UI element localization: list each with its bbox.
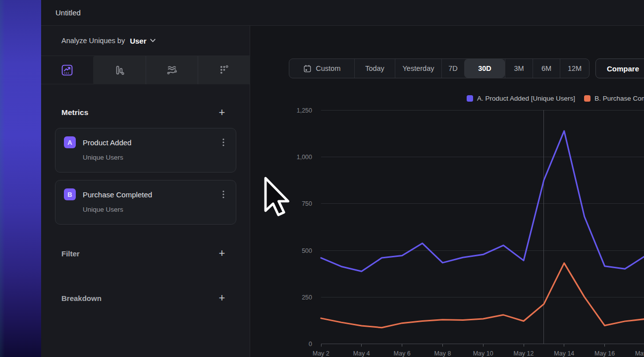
range-6m-button[interactable]: 6M [533, 59, 560, 78]
range-30d-button[interactable]: 30D [464, 59, 505, 78]
tab-line-chart[interactable] [41, 56, 93, 84]
range-label: 3M [514, 64, 524, 72]
compare-button[interactable]: Compare [595, 59, 644, 78]
metrics-title: Metrics [61, 108, 88, 117]
report-title: Untitled [55, 8, 81, 17]
add-metric-button[interactable]: + [216, 107, 228, 119]
compare-label: Compare [607, 64, 639, 73]
date-range-group: Custom Today Yesterday 7D 30D 3M 6M 12M [289, 59, 590, 78]
main-panel: Custom Today Yesterday 7D 30D 3M 6M 12M … [250, 26, 644, 357]
breakdown-section-header: Breakdown + [41, 288, 250, 308]
metric-subtitle: Unique Users [83, 154, 228, 161]
tab-flow[interactable] [146, 56, 198, 84]
metric-menu-button[interactable] [219, 189, 228, 200]
calendar-icon [303, 64, 312, 73]
analyze-by-label: Analyze Uniques by [61, 37, 125, 45]
filter-section-header: Filter + [41, 243, 250, 263]
header-bar: Untitled [41, 0, 644, 26]
metric-badge-b: B [64, 188, 76, 200]
metric-menu-button[interactable] [219, 137, 228, 148]
range-label: Today [365, 64, 384, 72]
tab-retention-grid[interactable] [198, 56, 250, 84]
chart-legend: A. Product Added [Unique Users] B. Purch… [467, 95, 644, 102]
metric-name: Product Added [83, 138, 219, 147]
legend-swatch-b [584, 95, 590, 102]
metric-subtitle: Unique Users [83, 206, 228, 213]
range-today-button[interactable]: Today [354, 59, 395, 78]
metric-badge-a: A [64, 136, 76, 148]
bar-chart-icon [112, 63, 126, 77]
kebab-icon [222, 138, 224, 146]
range-label: 12M [568, 64, 582, 72]
sidebar: Analyze Uniques by User [41, 26, 250, 357]
range-label: 7D [448, 64, 458, 72]
range-7d-button[interactable]: 7D [441, 59, 464, 78]
analyze-by-dropdown[interactable]: Analyze Uniques by User [41, 26, 250, 56]
metric-card-purchase-completed[interactable]: B Purchase Completed Unique Users [55, 180, 236, 225]
range-label: 6M [541, 64, 551, 72]
range-12m-button[interactable]: 12M [560, 59, 589, 78]
chevron-down-icon [150, 39, 156, 43]
chart-type-tabs [41, 56, 250, 84]
breakdown-title: Breakdown [61, 294, 102, 302]
filter-title: Filter [61, 249, 80, 258]
legend-label-b: B. Purchase Completed [Unique Users] [594, 95, 644, 102]
range-3m-button[interactable]: 3M [505, 59, 533, 78]
range-label: Custom [316, 64, 341, 72]
range-yesterday-button[interactable]: Yesterday [395, 59, 441, 78]
metrics-section-header: Metrics + [41, 103, 250, 122]
legend-item-b[interactable]: B. Purchase Completed [Unique Users] [584, 95, 644, 102]
metric-name: Purchase Completed [83, 190, 219, 199]
range-label: 30D [478, 64, 491, 72]
flow-icon [165, 63, 178, 77]
chart-type-tabs-inactive [93, 56, 250, 84]
range-label: Yesterday [403, 64, 434, 72]
add-filter-button[interactable]: + [216, 247, 228, 259]
tab-bar-chart[interactable] [93, 56, 146, 84]
app-window: 02505007501,0001,250May 2May 4May 6May 8… [0, 0, 644, 357]
kebab-icon [222, 190, 224, 198]
legend-label-a: A. Product Added [Unique Users] [477, 95, 575, 102]
metric-card-product-added[interactable]: A Product Added Unique Users [55, 128, 236, 173]
line-chart-icon [60, 63, 74, 77]
analyze-by-value: User [130, 37, 146, 45]
add-breakdown-button[interactable]: + [216, 292, 228, 304]
legend-swatch-a [467, 95, 473, 102]
retention-grid-icon [217, 63, 231, 77]
range-custom-button[interactable]: Custom [289, 59, 354, 78]
legend-item-a[interactable]: A. Product Added [Unique Users] [467, 95, 575, 102]
